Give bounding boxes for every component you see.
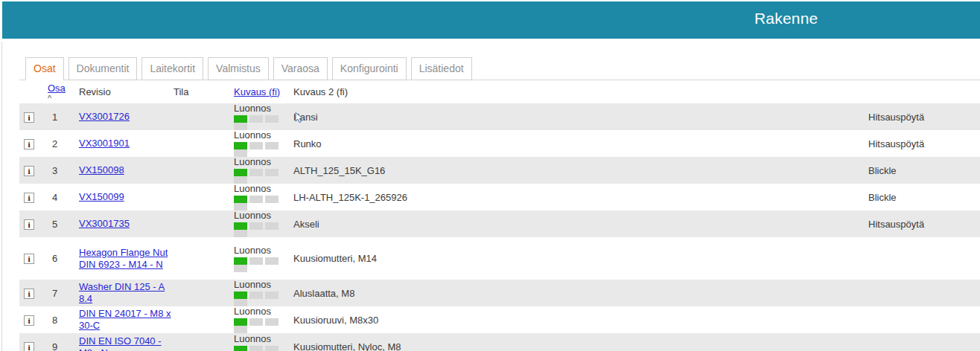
kuvaus-value: Aluslaatta, M8: [293, 280, 868, 306]
status-progress-bar: [234, 142, 293, 157]
status-progress-bar: [234, 257, 293, 272]
column-header-tila: Tila: [174, 80, 234, 103]
kuvaus-value: Kuusiomutteri, M14: [293, 237, 868, 280]
tila-cell: Luonnos: [234, 184, 293, 210]
tab-bar: Osat Dokumentit Laitekortit Valmistus Va…: [19, 58, 980, 80]
tab-valmistus[interactable]: Valmistus: [208, 57, 269, 80]
column-header-kuvaus2: Kuvaus 2 (fi): [293, 80, 868, 103]
table-row: i 3 VX150098 Luonnos ALTH_125_15K_G16 Bl…: [19, 157, 980, 184]
revisio-value: [174, 210, 234, 237]
row-number: 3: [48, 157, 79, 184]
kuvaus2-value: [868, 333, 980, 351]
status-progress-bar: [234, 346, 293, 351]
column-header-revisio: Revisio: [79, 80, 174, 103]
tila-cell: Luonnos: [234, 157, 293, 184]
revisio-value: [174, 306, 234, 333]
kuvaus2-value: Hitsauspöytä: [868, 210, 980, 237]
tab-laitekortit[interactable]: Laitekortit: [141, 57, 203, 80]
status-progress-bar: [234, 292, 293, 306]
table-row: i 5 VX3001735 Luonnos Akseli Hitsauspöyt…: [19, 210, 980, 237]
status-progress-bar: [234, 196, 293, 210]
tunnus-link[interactable]: VX3001735: [79, 218, 130, 229]
row-number: 4: [48, 184, 79, 210]
tab-varaosa[interactable]: Varaosa: [273, 57, 328, 80]
app-header-bar: Rakenne: [2, 1, 980, 39]
row-number: 1: [48, 103, 79, 130]
tunnus-link[interactable]: DIN EN 24017 - M8 x 30-C: [79, 308, 171, 331]
tila-cell: Luonnos: [234, 333, 293, 351]
info-icon[interactable]: i: [24, 193, 34, 203]
status-label: Luonnos: [234, 157, 293, 167]
kuvaus2-value: [868, 237, 980, 280]
status-label: Luonnos: [234, 184, 293, 193]
tunnus-link[interactable]: Washer DIN 125 - A 8.4: [79, 281, 165, 304]
row-number: 2: [48, 130, 79, 157]
tunnus-link[interactable]: Hexagon Flange Nut DIN 6923 - M14 - N: [79, 247, 168, 270]
tila-cell: Luonnos: [234, 237, 293, 280]
status-label: Luonnos: [234, 245, 293, 255]
column-header-kuvaus: Kuvaus (fi): [234, 80, 293, 103]
revisio-value: [174, 184, 234, 210]
info-icon[interactable]: i: [24, 166, 34, 176]
info-icon[interactable]: i: [24, 219, 34, 230]
row-number: 9: [48, 333, 79, 351]
revisio-value: [174, 130, 234, 157]
info-icon[interactable]: i: [24, 254, 34, 264]
tab-osat[interactable]: Osat: [25, 57, 64, 80]
row-number: 6: [48, 237, 79, 280]
tab-konfigurointi[interactable]: Konfigurointi: [332, 57, 407, 80]
table-row: i 7 Washer DIN 125 - A 8.4 Luonnos Alusl…: [19, 280, 980, 306]
sort-ascending-icon: ^: [48, 96, 79, 101]
revisio-value: [174, 333, 234, 351]
status-label: Luonnos: [234, 210, 293, 220]
tunnus-link[interactable]: VX150098: [79, 164, 124, 176]
kuvaus-value: Akseli: [293, 210, 868, 237]
tila-cell: Luonnos: [234, 306, 293, 333]
tab-lisatiedot[interactable]: Lisätiedot: [411, 57, 472, 80]
revisio-value: [174, 280, 234, 306]
status-label: Luonnos: [234, 334, 293, 344]
status-progress-bar: [234, 115, 293, 130]
content-panel: Osat Dokumentit Laitekortit Valmistus Va…: [1, 42, 980, 351]
sort-link-kuvaus[interactable]: Kuvaus (fi): [234, 86, 280, 97]
revisio-value: [174, 237, 234, 280]
tunnus-link[interactable]: VX3001901: [79, 138, 130, 149]
status-label: Luonnos: [234, 103, 293, 113]
info-icon[interactable]: i: [24, 342, 34, 351]
table-header-row: Osa ^ Revisio Tila Kuvaus (fi) Kuvaus 2 …: [19, 80, 980, 103]
tunnus-link[interactable]: VX3001726: [79, 111, 130, 122]
table-row: i 1 VX3001726 Luonnos Kansi Hitsauspöytä: [19, 103, 980, 130]
kuvaus-value: LH-ALTH_125K-1_265926: [293, 184, 868, 210]
kuvaus2-value: [868, 280, 980, 306]
parts-table: Osa ^ Revisio Tila Kuvaus (fi) Kuvaus 2 …: [19, 80, 980, 351]
revisio-value: [174, 157, 234, 184]
tunnus-link[interactable]: VX150099: [79, 191, 124, 202]
table-row: i 4 VX150099 Luonnos LH-ALTH_125K-1_2659…: [19, 184, 980, 210]
status-progress-bar: [234, 169, 293, 184]
tila-cell: Luonnos: [234, 280, 293, 306]
page-title: Rakenne: [754, 10, 818, 28]
row-number: 7: [48, 280, 79, 306]
kuvaus-value: ALTH_125_15K_G16: [293, 157, 868, 184]
column-header-osa: Osa ^: [48, 80, 79, 103]
info-icon[interactable]: i: [24, 315, 34, 326]
kuvaus-value: Kuusiomutteri, Nyloc, M8: [293, 333, 868, 351]
tab-dokumentit[interactable]: Dokumentit: [69, 57, 138, 80]
revisio-value: [174, 103, 234, 130]
kuvaus2-value: [868, 306, 980, 333]
kuvaus-value: Kuusioruuvi, M8x30: [293, 306, 868, 333]
tunnus-link[interactable]: DIN EN ISO 7040 - M8 - N: [79, 335, 162, 351]
table-row: i 6 Hexagon Flange Nut DIN 6923 - M14 - …: [19, 237, 980, 280]
tila-cell: Luonnos: [234, 210, 293, 237]
kuvaus2-value: Hitsauspöytä: [868, 130, 980, 157]
kuvaus2-value: Blickle: [868, 157, 980, 184]
table-row: i 2 VX3001901 Luonnos Runko Hitsauspöytä: [19, 130, 980, 157]
info-icon[interactable]: i: [24, 289, 34, 299]
info-icon[interactable]: i: [24, 139, 34, 149]
sort-link-osa[interactable]: Osa: [48, 83, 66, 94]
kuvaus2-value: Hitsauspöytä: [868, 103, 980, 130]
status-label: Luonnos: [234, 306, 293, 316]
kuvaus2-value: Blickle: [868, 184, 980, 210]
table-row: i 8 DIN EN 24017 - M8 x 30-C Luonnos Kuu…: [19, 306, 980, 333]
info-icon[interactable]: i: [24, 112, 34, 123]
